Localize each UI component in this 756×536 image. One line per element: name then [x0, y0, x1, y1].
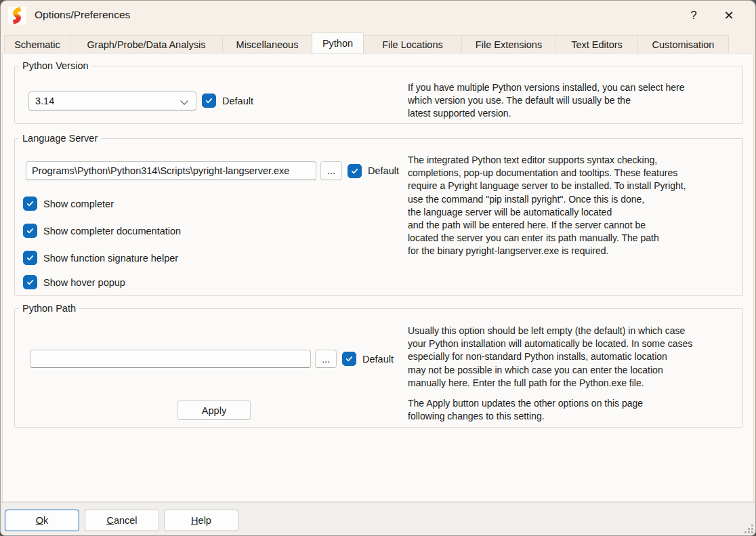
python-path-legend: Python Path	[19, 302, 79, 315]
language-server-group: Language Server ... Default Show complet…	[14, 138, 743, 296]
options-preferences-dialog: Options/Preferences ? ✕ Schematic Graph/…	[0, 0, 756, 536]
tab-customisation[interactable]: Customisation	[637, 35, 729, 53]
tab-file-extensions[interactable]: File Extensions	[461, 35, 556, 53]
button-bar: Ok Cancel Help	[1, 502, 755, 535]
python-path-group: Python Path ... Default Apply Usually th…	[14, 308, 743, 428]
show-completer-option[interactable]: Show completer	[23, 197, 114, 211]
tab-miscellaneous[interactable]: Miscellaneous	[222, 35, 312, 53]
resize-grip[interactable]	[744, 524, 753, 533]
python-version-value: 3.14	[35, 96, 54, 106]
tab-schematic[interactable]: Schematic	[4, 35, 70, 53]
show-completer-documentation-checkbox[interactable]	[23, 224, 37, 238]
language-server-legend: Language Server	[19, 132, 101, 145]
help-titlebar-button[interactable]: ?	[681, 5, 707, 26]
show-completer-documentation-label: Show completer documentation	[43, 226, 181, 236]
apply-button-description: The Apply button updates the other optio…	[408, 397, 643, 423]
window-title: Options/Preferences	[35, 9, 130, 21]
show-function-signature-helper-label: Show function signature helper	[43, 253, 178, 264]
chevron-down-icon	[180, 97, 188, 104]
python-version-description: If you have multiple Python versions ins…	[408, 81, 685, 121]
language-server-browse-button[interactable]: ...	[320, 161, 342, 180]
python-path-browse-button[interactable]: ...	[315, 350, 337, 368]
tab-file-locations[interactable]: File Locations	[363, 35, 462, 53]
show-completer-documentation-option[interactable]: Show completer documentation	[23, 224, 181, 238]
help-button[interactable]: Help	[164, 510, 238, 531]
show-hover-popup-option[interactable]: Show hover popup	[23, 275, 125, 289]
show-function-signature-helper-option[interactable]: Show function signature helper	[23, 251, 178, 265]
tab-text-editors[interactable]: Text Editors	[555, 35, 638, 53]
version-default-checkbox[interactable]	[202, 94, 216, 108]
python-version-legend: Python Version	[19, 60, 92, 73]
ok-button[interactable]: Ok	[5, 510, 79, 531]
tab-python[interactable]: Python	[312, 33, 364, 53]
title-bar: Options/Preferences ? ✕	[1, 1, 755, 30]
apply-button[interactable]: Apply	[177, 400, 251, 420]
cancel-button[interactable]: Cancel	[85, 510, 159, 531]
python-path-description: Usually this option should be left empty…	[408, 325, 692, 390]
language-server-description: The integrated Python text editor suppor…	[408, 154, 686, 258]
python-version-select[interactable]: 3.14	[28, 91, 196, 110]
show-completer-label: Show completer	[43, 199, 114, 209]
show-completer-checkbox[interactable]	[23, 197, 37, 211]
python-tab-page: Python Version 3.14 Default If you have …	[2, 53, 754, 502]
tab-bar: Schematic Graph/Probe/Data Analysis Misc…	[5, 30, 755, 53]
show-hover-popup-checkbox[interactable]	[23, 275, 37, 289]
server-default-label: Default	[368, 165, 399, 176]
show-hover-popup-label: Show hover popup	[43, 277, 125, 288]
server-default-checkbox[interactable]	[348, 164, 362, 178]
version-default-label: Default	[222, 96, 253, 106]
python-version-group: Python Version 3.14 Default If you have …	[14, 66, 743, 124]
python-path-input[interactable]	[30, 350, 311, 368]
path-default-checkbox[interactable]	[342, 352, 356, 366]
tab-graph-probe-data-analysis[interactable]: Graph/Probe/Data Analysis	[70, 35, 223, 53]
app-logo-icon	[8, 7, 26, 24]
close-button[interactable]: ✕	[716, 5, 742, 26]
path-default-label: Default	[362, 354, 394, 365]
show-function-signature-helper-checkbox[interactable]	[23, 251, 37, 265]
language-server-path-input[interactable]	[26, 161, 316, 180]
